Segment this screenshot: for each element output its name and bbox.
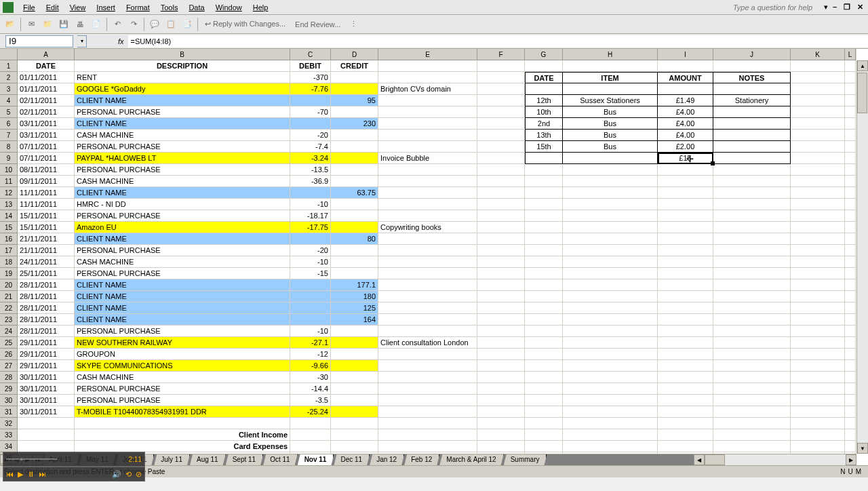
cell[interactable]: [791, 395, 845, 406]
scroll-left-icon[interactable]: ◀: [694, 454, 705, 465]
cell[interactable]: [378, 360, 477, 372]
col-header-I[interactable]: I: [658, 49, 713, 60]
cell[interactable]: £4.00: [658, 130, 713, 141]
cell[interactable]: 15/11/2011: [18, 210, 75, 222]
cell[interactable]: -27.1: [290, 337, 331, 349]
cell[interactable]: CLIENT NAME: [75, 302, 290, 314]
cell[interactable]: £15: [658, 153, 713, 164]
cell[interactable]: [378, 210, 477, 222]
cell[interactable]: [713, 314, 791, 326]
col-header-B[interactable]: B: [75, 49, 290, 60]
cell[interactable]: -13.5: [290, 164, 331, 176]
cell[interactable]: [845, 406, 856, 418]
cell[interactable]: 29/11/2011: [18, 360, 75, 372]
cell[interactable]: [525, 199, 563, 210]
col-header-J[interactable]: J: [713, 49, 791, 60]
cell[interactable]: [713, 268, 791, 279]
cell[interactable]: [525, 187, 563, 199]
cell[interactable]: 28/11/2011: [18, 302, 75, 314]
minimize-button[interactable]: –: [831, 3, 839, 12]
cell[interactable]: 21/11/2011: [18, 233, 75, 245]
cell[interactable]: CLIENT NAME: [75, 291, 290, 302]
row-header-24[interactable]: 24: [0, 326, 18, 337]
cell[interactable]: [563, 441, 658, 452]
cell[interactable]: [713, 256, 791, 268]
cell[interactable]: [845, 176, 856, 187]
cell[interactable]: [378, 176, 477, 187]
cell[interactable]: PAYPAL *HALOWEB LT: [75, 153, 290, 164]
cell[interactable]: [845, 395, 856, 406]
cell[interactable]: [378, 406, 477, 418]
cell[interactable]: -12: [290, 349, 331, 360]
cell[interactable]: CLIENT NAME: [75, 279, 290, 291]
cell[interactable]: [713, 118, 791, 130]
cell[interactable]: -7.76: [290, 83, 331, 95]
cell[interactable]: [563, 83, 658, 95]
restore-button[interactable]: ❐: [842, 3, 852, 12]
cell[interactable]: 01/11/2011: [18, 83, 75, 95]
cell[interactable]: -15: [290, 268, 331, 279]
cell[interactable]: [477, 233, 525, 245]
cell[interactable]: [845, 187, 856, 199]
cell[interactable]: CASH MACHINE: [75, 372, 290, 383]
cell[interactable]: [563, 418, 658, 429]
cell[interactable]: [713, 153, 791, 164]
cell[interactable]: [791, 429, 845, 441]
cell[interactable]: -3.24: [290, 153, 331, 164]
cell[interactable]: [845, 268, 856, 279]
media-overlay-top[interactable]: ━━━━●━━━━━━━━━━ 2:11: [3, 452, 145, 467]
cell[interactable]: [525, 406, 563, 418]
cell[interactable]: [658, 418, 713, 429]
open-icon[interactable]: 📂: [3, 17, 18, 32]
cell[interactable]: [658, 302, 713, 314]
cell[interactable]: [791, 176, 845, 187]
cell[interactable]: [845, 141, 856, 153]
cell[interactable]: PERSONAL PURCHASE: [75, 395, 290, 406]
cell[interactable]: Bus: [563, 106, 658, 118]
row-header-20[interactable]: 20: [0, 279, 18, 291]
cell[interactable]: [290, 418, 331, 429]
row-header-13[interactable]: 13: [0, 199, 18, 210]
cell[interactable]: [658, 199, 713, 210]
cell[interactable]: [477, 441, 525, 452]
cell[interactable]: [658, 245, 713, 256]
cell[interactable]: [658, 406, 713, 418]
cell[interactable]: [658, 279, 713, 291]
cell[interactable]: [378, 130, 477, 141]
col-header-K[interactable]: K: [791, 49, 845, 60]
cell[interactable]: [563, 383, 658, 395]
cell[interactable]: 03/11/2011: [18, 130, 75, 141]
cell[interactable]: 29/11/2011: [18, 337, 75, 349]
cell[interactable]: [658, 164, 713, 176]
cell[interactable]: [331, 383, 378, 395]
page-icon[interactable]: 📄: [89, 17, 104, 32]
cell[interactable]: [791, 326, 845, 337]
cell[interactable]: Client consultation London: [378, 337, 477, 349]
cell[interactable]: -30: [290, 372, 331, 383]
cell[interactable]: [290, 441, 331, 452]
cell[interactable]: CASH MACHINE: [75, 130, 290, 141]
cell[interactable]: [75, 418, 290, 429]
cell[interactable]: DESCRIPTION: [75, 60, 290, 72]
row-header-15[interactable]: 15: [0, 222, 18, 233]
vertical-scrollbar[interactable]: ▲ ▼: [856, 60, 868, 454]
cell[interactable]: [658, 314, 713, 326]
hscroll-thumb[interactable]: [705, 454, 725, 465]
sheet-tab-dec-11[interactable]: Dec 11: [334, 454, 370, 465]
cell[interactable]: [563, 60, 658, 72]
row-header-4[interactable]: 4: [0, 95, 18, 106]
cell[interactable]: [713, 291, 791, 302]
cell[interactable]: [525, 441, 563, 452]
scroll-down-icon[interactable]: ▼: [857, 443, 868, 454]
cell[interactable]: [713, 279, 791, 291]
cell[interactable]: [713, 395, 791, 406]
fx-button[interactable]: fx: [114, 37, 128, 45]
cell[interactable]: [331, 418, 378, 429]
cell[interactable]: Sussex Stationers: [563, 95, 658, 106]
redo-icon[interactable]: ↷: [126, 17, 141, 32]
cell[interactable]: [477, 349, 525, 360]
row-header-21[interactable]: 21: [0, 291, 18, 302]
cell[interactable]: [290, 118, 331, 130]
cell[interactable]: -7.4: [290, 141, 331, 153]
cell[interactable]: [845, 326, 856, 337]
